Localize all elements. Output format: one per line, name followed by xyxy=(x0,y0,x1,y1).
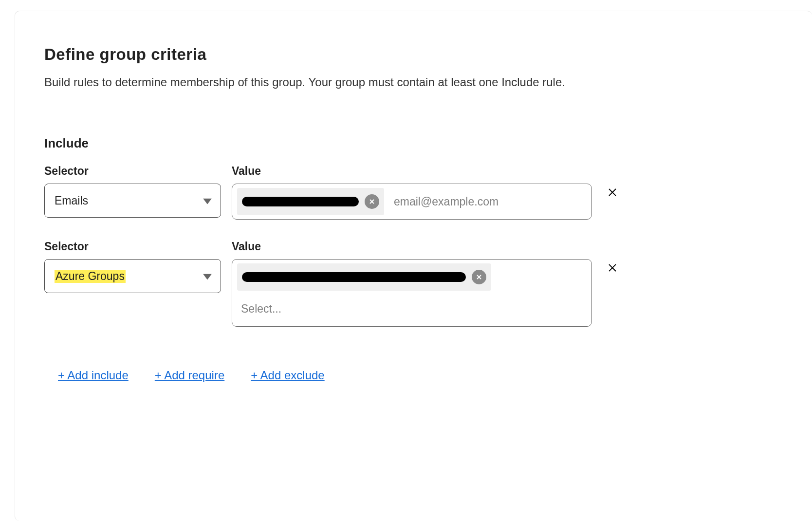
redacted-text xyxy=(242,197,359,206)
selector-label: Selector xyxy=(44,240,221,253)
selector-column: Selector Emails xyxy=(44,165,221,218)
value-placeholder: email@example.com xyxy=(389,195,498,208)
include-section-title: Include xyxy=(44,136,783,151)
value-input-emails[interactable]: email@example.com xyxy=(232,184,592,220)
redacted-text xyxy=(242,272,466,282)
selector-dropdown-emails[interactable]: Emails xyxy=(44,184,221,218)
value-column: Value email@example.com xyxy=(232,165,592,220)
value-input-azure-groups[interactable]: Select... xyxy=(232,259,592,327)
value-label: Value xyxy=(232,165,592,178)
remove-column xyxy=(603,240,622,274)
selector-value: Azure Groups xyxy=(55,270,126,283)
selector-label: Selector xyxy=(44,165,221,178)
value-placeholder: Select... xyxy=(237,296,587,322)
page-title: Define group criteria xyxy=(44,45,783,64)
include-rule-row: Selector Emails Value email@example.com xyxy=(44,165,783,220)
value-column: Value Select... xyxy=(232,240,592,327)
selector-dropdown-azure-groups[interactable]: Azure Groups xyxy=(44,259,221,293)
remove-rule-button[interactable] xyxy=(608,263,617,274)
remove-chip-icon[interactable] xyxy=(365,194,379,209)
add-require-button[interactable]: + Add require xyxy=(155,369,224,382)
remove-rule-button[interactable] xyxy=(608,188,617,199)
value-chip xyxy=(237,263,491,291)
rule-actions: + Add include + Add require + Add exclud… xyxy=(44,369,783,382)
add-include-button[interactable]: + Add include xyxy=(58,369,129,382)
page-description: Build rules to determine membership of t… xyxy=(44,75,783,89)
value-chip xyxy=(237,188,384,215)
svg-marker-5 xyxy=(203,274,212,280)
caret-down-icon xyxy=(203,194,212,207)
selector-value: Emails xyxy=(55,194,88,207)
value-label: Value xyxy=(232,240,592,253)
include-rule-row: Selector Azure Groups Value Select... xyxy=(44,240,783,327)
caret-down-icon xyxy=(203,270,212,283)
remove-column xyxy=(603,165,622,199)
selector-column: Selector Azure Groups xyxy=(44,240,221,293)
remove-chip-icon[interactable] xyxy=(472,270,486,284)
group-criteria-panel: Define group criteria Build rules to det… xyxy=(15,11,812,521)
add-exclude-button[interactable]: + Add exclude xyxy=(251,369,324,382)
svg-marker-0 xyxy=(203,199,212,205)
